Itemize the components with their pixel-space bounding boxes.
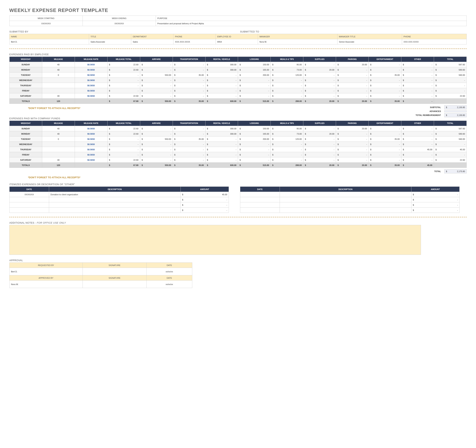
item-amount[interactable]: $- (411, 208, 459, 213)
amount-cell[interactable]: $- (140, 131, 173, 136)
amount-cell[interactable]: $- (140, 93, 173, 99)
mileage-cell[interactable] (42, 147, 75, 152)
amount-cell[interactable]: $- (107, 152, 140, 157)
amount-cell[interactable]: $- (336, 83, 369, 88)
phone-value[interactable]: XXX-XXX-XXXX (173, 39, 215, 45)
amount-cell[interactable]: $- (369, 147, 401, 152)
amount-cell[interactable]: $- (173, 157, 205, 163)
amount-cell[interactable]: $- (401, 62, 434, 67)
amount-cell[interactable]: $- (238, 157, 271, 163)
mileage-cell[interactable]: 40 (42, 126, 75, 131)
amount-cell[interactable]: $300.00 (205, 131, 238, 136)
amount-cell[interactable]: $- (205, 78, 238, 83)
amount-cell[interactable]: $- (238, 93, 271, 99)
amount-cell[interactable]: $35.00 (173, 136, 205, 142)
amount-cell[interactable]: $300.00 (205, 67, 238, 72)
amount-cell[interactable]: $- (434, 142, 466, 147)
amount-cell[interactable]: $- (205, 152, 238, 157)
amount-cell[interactable]: $- (401, 83, 434, 88)
amount-cell[interactable]: $- (369, 62, 401, 67)
amount-cell[interactable]: $- (401, 152, 434, 157)
mileage-cell[interactable]: 40 (42, 67, 75, 72)
amount-cell[interactable]: $165.00 (238, 131, 271, 136)
mgr-title-value[interactable]: Senior Associate (337, 39, 402, 45)
amount-cell[interactable]: $- (303, 88, 336, 93)
amount-cell[interactable]: $- (107, 147, 140, 152)
amount-cell[interactable]: $- (173, 126, 205, 131)
item-date[interactable] (240, 208, 280, 213)
item-amount[interactable]: $- (181, 197, 229, 202)
amount-cell[interactable]: $- (140, 62, 173, 67)
amount-cell[interactable]: $940.00 (434, 136, 466, 142)
amount-cell[interactable]: $- (401, 72, 434, 78)
mileage-cell[interactable]: 40 (42, 131, 75, 136)
amount-cell[interactable]: $587.60 (434, 126, 466, 131)
amount-cell[interactable]: $73.00 (271, 131, 303, 136)
amount-cell[interactable]: $- (369, 131, 401, 136)
item-desc[interactable] (49, 197, 181, 202)
approved-signature[interactable] (83, 281, 147, 288)
amount-cell[interactable]: $- (369, 88, 401, 93)
amount-cell[interactable]: $- (336, 152, 369, 157)
amount-cell[interactable]: $- (140, 67, 173, 72)
amount-cell[interactable]: $940.00 (434, 72, 466, 78)
amount-cell[interactable]: $580.60 (434, 131, 466, 136)
amount-cell[interactable]: $580.60 (434, 67, 466, 72)
amount-cell[interactable]: $- (336, 147, 369, 152)
amount-cell[interactable]: $- (107, 72, 140, 78)
amount-cell[interactable]: $- (140, 88, 173, 93)
amount-cell[interactable]: $- (173, 67, 205, 72)
amount-cell[interactable]: $- (369, 93, 401, 99)
amount-cell[interactable]: $- (107, 83, 140, 88)
amount-cell[interactable]: $- (173, 147, 205, 152)
amount-cell[interactable]: $- (303, 142, 336, 147)
mileage-cell[interactable] (42, 152, 75, 157)
empid-value[interactable]: 8954 (215, 39, 258, 45)
approved-by-value[interactable]: Nora W. (10, 281, 83, 288)
amount-cell[interactable]: $- (369, 78, 401, 83)
mileage-cell[interactable]: 0 (42, 72, 75, 78)
mileage-cell[interactable]: 40 (42, 157, 75, 163)
amount-cell[interactable]: $20.00 (336, 126, 369, 131)
amount-cell[interactable]: $- (401, 136, 434, 142)
amount-cell[interactable]: $35.00 (369, 72, 401, 78)
amount-cell[interactable]: $- (140, 126, 173, 131)
amount-cell[interactable]: $- (107, 88, 140, 93)
amount-cell[interactable]: $- (205, 88, 238, 93)
amount-cell[interactable]: $20.00 (336, 62, 369, 67)
amount-cell[interactable]: $- (140, 157, 173, 163)
amount-cell[interactable]: $- (369, 67, 401, 72)
dept-value[interactable]: Sales (131, 39, 173, 45)
manager-value[interactable]: Nora W. (258, 39, 337, 45)
item-amount[interactable]: $45.00 (181, 192, 229, 197)
amount-cell[interactable]: $- (238, 83, 271, 88)
amount-cell[interactable]: $- (336, 78, 369, 83)
notes-textarea[interactable] (9, 225, 421, 255)
amount-cell[interactable]: $20.00 (303, 131, 336, 136)
amount-cell[interactable]: $- (107, 136, 140, 142)
amount-cell[interactable]: $- (401, 93, 434, 99)
amount-cell[interactable]: $- (238, 147, 271, 152)
amount-cell[interactable]: $- (140, 142, 173, 147)
item-amount[interactable]: $- (181, 208, 229, 213)
amount-cell[interactable]: $- (173, 152, 205, 157)
amount-cell[interactable]: $- (271, 147, 303, 152)
amount-cell[interactable]: $- (369, 152, 401, 157)
amount-cell[interactable]: $587.60 (434, 62, 466, 67)
amount-cell[interactable]: $- (369, 126, 401, 131)
amount-cell[interactable]: $- (434, 152, 466, 157)
amount-cell[interactable]: $73.00 (271, 67, 303, 72)
amount-cell[interactable]: $- (401, 142, 434, 147)
item-desc[interactable] (280, 208, 411, 213)
amount-cell[interactable]: $- (140, 147, 173, 152)
amount-cell[interactable]: $- (140, 83, 173, 88)
amount-cell[interactable]: $45.00 (401, 147, 434, 152)
amount-cell[interactable]: $- (205, 93, 238, 99)
requested-by-value[interactable]: Bert D. (10, 268, 83, 275)
amount-cell[interactable]: $- (303, 126, 336, 131)
amount-cell[interactable]: $35.00 (369, 136, 401, 142)
item-date[interactable] (10, 197, 49, 202)
mileage-cell[interactable]: 40 (42, 93, 75, 99)
amount-cell[interactable]: $- (238, 152, 271, 157)
item-desc[interactable] (280, 192, 411, 197)
